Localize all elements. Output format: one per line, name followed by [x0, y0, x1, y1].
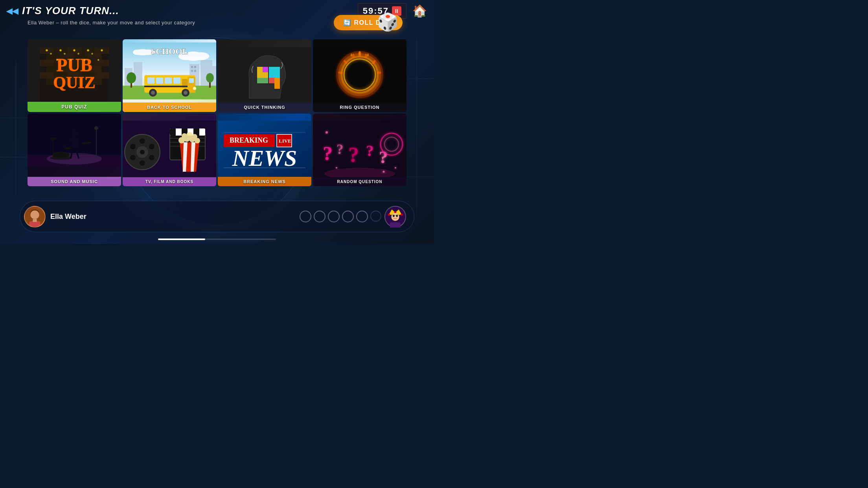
home-icon: 🏠: [412, 4, 427, 18]
svg-rect-147: [71, 137, 78, 149]
svg-point-146: [70, 129, 78, 137]
svg-point-159: [140, 150, 145, 154]
svg-point-135: [351, 53, 352, 57]
header-left: ◀◀ IT'S YOUR TURN...: [6, 5, 119, 17]
svg-rect-118: [269, 78, 274, 83]
svg-point-59: [77, 53, 79, 54]
svg-rect-110: [263, 72, 268, 78]
svg-point-185: [192, 134, 197, 139]
category-quick-thinking[interactable]: QUICK THINKING: [218, 39, 311, 112]
category-back-to-school[interactable]: SCHOOL BACK TO SCHOOL: [123, 39, 216, 112]
svg-point-207: [395, 167, 396, 169]
svg-point-127: [365, 53, 367, 58]
svg-rect-211: [33, 219, 37, 222]
breaking-news-graphic: BREAKING LIVE NEWS: [218, 121, 311, 180]
svg-point-153: [49, 138, 57, 139]
svg-rect-113: [274, 67, 280, 72]
ring-question-graphic: [313, 47, 406, 104]
svg-point-62: [70, 59, 72, 61]
svg-rect-84: [194, 66, 196, 68]
svg-line-221: [396, 215, 398, 215]
turn-title: IT'S YOUR TURN...: [22, 5, 119, 17]
svg-point-99: [184, 91, 188, 95]
svg-text:NEWS: NEWS: [232, 145, 297, 171]
score-circle-3: [328, 211, 340, 222]
svg-point-57: [50, 53, 51, 54]
svg-rect-115: [263, 67, 268, 72]
svg-point-160: [140, 138, 145, 144]
category-grid: PUB QUIZ: [28, 39, 406, 186]
svg-rect-47: [40, 72, 54, 79]
home-button[interactable]: 🏠: [411, 3, 428, 19]
category-sound-music[interactable]: SOUND AND MUSIC: [28, 114, 121, 186]
svg-point-131: [377, 72, 381, 74]
tv-film-graphic: [123, 121, 216, 180]
player-name: Ella Weber: [50, 213, 86, 221]
svg-rect-169: [170, 128, 176, 136]
svg-rect-108: [257, 67, 263, 72]
tv-film-books-label: TV, FILM AND BOOKS: [123, 177, 216, 186]
score-circle-5: [356, 211, 368, 222]
svg-text:PUB: PUB: [57, 55, 92, 75]
player-left: Ella Weber: [24, 206, 86, 227]
svg-point-163: [140, 160, 145, 166]
double-arrow-icon: ◀◀: [6, 6, 18, 16]
progress-fill: [158, 238, 205, 240]
svg-point-204: [326, 131, 328, 134]
svg-point-73: [193, 52, 209, 60]
svg-marker-176: [180, 142, 199, 172]
category-ring-question[interactable]: RING QUESTION: [313, 39, 406, 112]
score-circles: [300, 211, 381, 222]
svg-point-162: [149, 155, 154, 160]
svg-rect-95: [189, 78, 194, 83]
svg-point-104: [127, 72, 136, 83]
svg-point-183: [182, 133, 187, 139]
quick-thinking-label: QUICK THINKING: [218, 103, 311, 112]
svg-text:LIVE: LIVE: [279, 138, 291, 144]
school-graphic: SCHOOL: [123, 42, 216, 99]
svg-point-64: [97, 59, 99, 61]
svg-rect-83: [191, 66, 193, 68]
svg-rect-109: [257, 72, 263, 78]
svg-point-132: [338, 72, 343, 74]
svg-rect-210: [29, 221, 40, 227]
svg-rect-38: [40, 60, 54, 66]
svg-line-220: [393, 215, 395, 215]
svg-rect-42: [95, 60, 109, 66]
svg-point-63: [84, 59, 85, 61]
svg-rect-90: [147, 77, 154, 84]
svg-rect-112: [269, 72, 274, 78]
svg-point-68: [73, 49, 75, 51]
score-circle-2: [314, 211, 326, 222]
svg-point-67: [59, 49, 61, 51]
score-circle-6: [370, 211, 381, 222]
refresh-icon: 🔄: [343, 19, 351, 26]
pub-quiz-label: PUB QUIZ: [28, 102, 121, 112]
svg-text:SCHOOL: SCHOOL: [151, 46, 188, 56]
svg-rect-101: [144, 86, 188, 87]
category-breaking-news[interactable]: BREAKING LIVE NEWS BREAKING NEWS: [218, 114, 311, 186]
svg-point-134: [367, 53, 369, 57]
subtitle-text: Ella Weber – roll the dice, make your mo…: [28, 20, 195, 26]
player2-avatar: [384, 206, 406, 227]
svg-point-58: [64, 53, 65, 54]
progress-bar-area: [158, 238, 276, 240]
svg-point-66: [46, 49, 48, 51]
svg-point-106: [206, 73, 214, 83]
svg-point-60: [91, 53, 93, 54]
category-tv-film-books[interactable]: TV, FILM AND BOOKS: [123, 114, 216, 186]
svg-rect-85: [191, 70, 193, 72]
player-right: [300, 206, 406, 227]
svg-rect-119: [274, 78, 280, 83]
category-random-question[interactable]: ? ? ? ? ? RANDOM QUESTION: [313, 114, 406, 186]
svg-text:?: ?: [348, 143, 359, 167]
svg-rect-117: [263, 78, 268, 83]
svg-text:?: ?: [379, 147, 388, 167]
svg-point-69: [87, 49, 89, 51]
svg-point-100: [193, 87, 196, 90]
svg-rect-93: [173, 77, 180, 84]
breaking-news-label: BREAKING NEWS: [218, 177, 311, 186]
category-pub-quiz[interactable]: PUB QUIZ: [28, 39, 121, 112]
svg-rect-120: [274, 83, 280, 89]
svg-point-206: [383, 171, 385, 172]
